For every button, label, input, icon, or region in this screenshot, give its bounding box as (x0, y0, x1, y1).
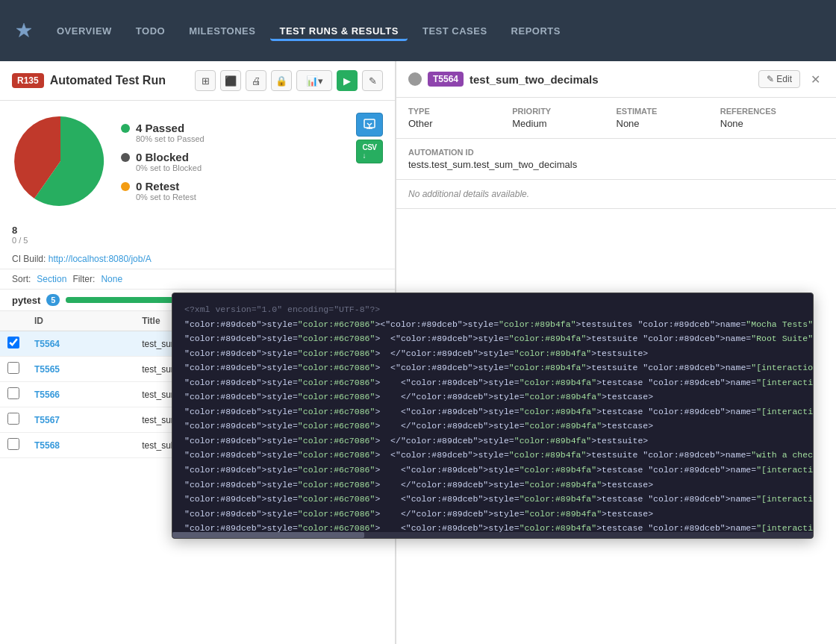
passed-label: 80% set to Passed (136, 134, 205, 143)
row-checkbox[interactable] (7, 337, 19, 348)
priority-value: Medium (512, 118, 616, 129)
row-checkbox[interactable] (7, 387, 19, 399)
stat-blocked: 0 Blocked 0% set to Blocked (121, 151, 344, 172)
passed-dot (121, 124, 130, 133)
blocked-dot (121, 153, 130, 162)
row-id: T5567 (34, 415, 60, 425)
ci-build-link[interactable]: http://localhost:8080/job/A (49, 254, 152, 264)
nav-test-runs[interactable]: TEST RUNS & RESULTS (270, 21, 408, 41)
estimate-label: Estimate (617, 107, 720, 116)
nav-milestones[interactable]: MILESTONES (180, 21, 264, 41)
blocked-count: 0 Blocked (136, 151, 202, 163)
top-navigation: OVERVIEW TODO MILESTONES TEST RUNS & RES… (0, 0, 836, 61)
retest-count: 0 Retest (136, 180, 196, 193)
no-details-text: No additional details available. (396, 180, 836, 209)
run-title: Automated Test Run (50, 74, 189, 87)
row-checkbox-cell (0, 433, 27, 458)
row-checkbox[interactable] (7, 362, 19, 374)
row-id: T5566 (34, 390, 60, 400)
import-action-button[interactable] (356, 113, 383, 137)
automation-id-section: Automation ID tests.test_sum.test_sum_tw… (396, 139, 836, 180)
nav-test-cases[interactable]: TEST CASES (414, 21, 496, 41)
xml-content: <?xml version="1.0" encoding="UTF-8"?> "… (172, 293, 813, 532)
xml-scrollbar-thumb[interactable] (172, 532, 364, 538)
row-checkbox[interactable] (7, 413, 19, 425)
stat-passed: 4 Passed 80% set to Passed (121, 122, 344, 143)
row-checkbox-cell (0, 331, 27, 357)
test-run-header: R135 Automated Test Run ⊞ ⬛ 🖨 🔒 📊▾ ▶ ✎ (0, 61, 395, 101)
xml-horizontal-scrollbar[interactable] (172, 532, 813, 538)
checkbox-header (0, 311, 27, 331)
sort-filter-bar: Sort: Section Filter: None (0, 269, 395, 290)
references-value: None (720, 118, 824, 129)
estimate-field: Estimate None (617, 107, 720, 129)
sort-value[interactable]: Section (37, 274, 66, 284)
chart-dropdown-button[interactable]: 📊▾ (296, 70, 332, 91)
run-actions: ⊞ ⬛ 🖨 🔒 📊▾ ▶ ✎ (195, 70, 383, 91)
row-checkbox-cell (0, 357, 27, 382)
retest-dot (121, 182, 130, 191)
retest-label: 0% set to Retest (136, 193, 196, 201)
group-name: pytest (12, 295, 40, 306)
test-case-title: test_sum_two_decimals (470, 73, 752, 86)
row-id-cell: T5567 (27, 407, 134, 433)
stats-list: 4 Passed 80% set to Passed 0 Blocked 0% … (121, 122, 344, 201)
filter-label: Filter: (72, 274, 95, 284)
print-button[interactable]: 🖨 (246, 70, 266, 91)
test-status-dot (408, 72, 422, 86)
automation-id-label: Automation ID (408, 148, 824, 157)
total-sub: 0 / 5 (0, 236, 395, 249)
total-count: 8 (0, 222, 395, 236)
csv-action-button[interactable]: CSV↓ (356, 140, 383, 163)
ci-build: CI Build: http://localhost:8080/job/A (0, 249, 395, 269)
type-label: Type (408, 107, 512, 116)
ci-build-label: CI Build: (12, 254, 46, 264)
priority-field: Priority Medium (512, 107, 616, 129)
row-id: T5568 (34, 440, 60, 451)
xml-viewer[interactable]: <?xml version="1.0" encoding="UTF-8"?> "… (172, 293, 814, 539)
nav-overview[interactable]: OVERVIEW (48, 21, 121, 41)
edit-test-case-button[interactable]: ✎ Edit (758, 70, 800, 88)
side-actions: CSV↓ (356, 113, 383, 163)
edit-run-button[interactable]: ✎ (362, 70, 383, 91)
sort-label: Sort: (12, 274, 31, 284)
stats-area: 4 Passed 80% set to Passed 0 Blocked 0% … (0, 101, 395, 222)
main-area: R135 Automated Test Run ⊞ ⬛ 🖨 🔒 📊▾ ▶ ✎ (0, 61, 836, 644)
filter-value[interactable]: None (101, 274, 122, 284)
close-test-case-button[interactable]: ✕ (806, 70, 824, 88)
automation-id-value: tests.test_sum.test_sum_two_decimals (408, 159, 824, 170)
row-id-cell: T5564 (27, 331, 134, 357)
group-count-badge: 5 (46, 294, 60, 306)
lock-button[interactable]: 🔒 (271, 70, 292, 91)
row-id-cell: T5565 (27, 357, 134, 382)
download-button[interactable]: ⬛ (220, 70, 241, 91)
nav-todo[interactable]: TODO (127, 21, 174, 41)
app-logo (12, 19, 36, 43)
test-case-id-badge: T5564 (428, 72, 464, 87)
estimate-value: None (617, 118, 720, 129)
row-id: T5564 (34, 339, 60, 349)
row-checkbox[interactable] (7, 438, 19, 450)
references-field: References None (720, 107, 824, 129)
play-button[interactable]: ▶ (337, 70, 358, 91)
type-value: Other (408, 118, 512, 129)
row-checkbox-cell (0, 407, 27, 433)
type-field: Type Other (408, 107, 512, 129)
copy-button[interactable]: ⊞ (195, 70, 216, 91)
blocked-label: 0% set to Blocked (136, 163, 202, 172)
nav-reports[interactable]: REPORTS (502, 21, 570, 41)
id-header: ID (27, 311, 134, 331)
row-id-cell: T5566 (27, 382, 134, 407)
row-id: T5565 (34, 364, 60, 375)
references-label: References (720, 107, 824, 116)
stat-retest: 0 Retest 0% set to Retest (121, 180, 344, 201)
test-case-header: T5564 test_sum_two_decimals ✎ Edit ✕ (396, 61, 836, 98)
passed-count: 4 Passed (136, 122, 205, 134)
priority-label: Priority (512, 107, 616, 116)
pie-chart (12, 113, 109, 210)
test-case-info-grid: Type Other Priority Medium Estimate None… (396, 98, 836, 139)
run-badge: R135 (12, 73, 44, 88)
row-id-cell: T5568 (27, 433, 134, 458)
row-checkbox-cell (0, 382, 27, 407)
